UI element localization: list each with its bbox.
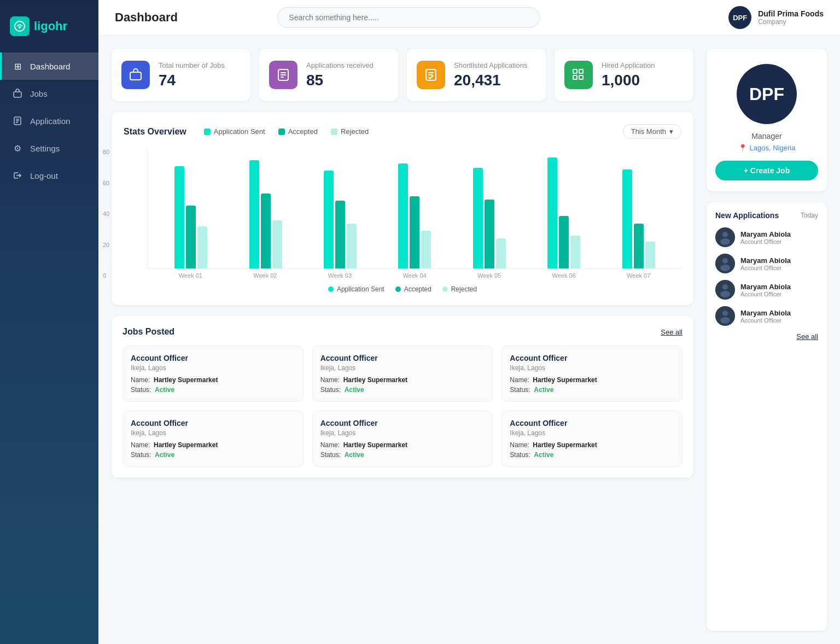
sidebar-item-jobs[interactable]: Jobs <box>0 80 98 107</box>
svg-point-1 <box>19 26 21 28</box>
x-axis-label: Week 04 <box>377 272 452 279</box>
applicant-name: Maryam Abiola <box>740 283 791 291</box>
settings-icon: ⚙ <box>11 142 24 154</box>
chevron-down-icon: ▾ <box>669 127 673 136</box>
sent-legend-dot <box>204 128 211 135</box>
svg-rect-2 <box>14 92 21 97</box>
bar-accepted <box>410 196 419 268</box>
avatar-icon <box>715 254 735 273</box>
applications-stat-info: Applications received 85 <box>306 61 374 89</box>
bar-sent <box>249 160 259 268</box>
chart-card: Stats Overview Application Sent Accepted… <box>112 112 693 305</box>
sidebar-item-label: Settings <box>30 144 60 153</box>
new-applications-card: New Applications Today Maryam Abiola Acc… <box>707 202 827 631</box>
list-item[interactable]: Account Officer Ikeja, Lagos Name: Hartl… <box>312 346 493 402</box>
chart-group <box>452 168 527 268</box>
job-name-value: Hartley Supermarket <box>154 376 218 384</box>
sidebar-item-label: Application <box>30 116 70 126</box>
stat-card-shortlisted: Shortlisted Applications 20,431 <box>407 49 546 101</box>
bar-sent <box>398 163 408 269</box>
y-axis-label: 0 <box>103 272 109 279</box>
bar-rejected <box>197 226 207 268</box>
chart-group <box>602 169 676 269</box>
dashboard-content: Total number of Jobs 74 Applications rec… <box>98 36 840 644</box>
sidebar-item-settings[interactable]: ⚙ Settings <box>0 134 98 162</box>
svg-point-29 <box>722 311 728 316</box>
sidebar-item-logout[interactable]: Log-out <box>0 162 98 189</box>
list-item[interactable]: Account Officer Ikeja, Lagos Name: Hartl… <box>501 411 682 467</box>
sidebar-item-label: Log-out <box>30 171 58 180</box>
bar-accepted <box>335 201 345 268</box>
profile-info: Dufil Prima Foods Company <box>758 9 824 26</box>
sidebar-item-application[interactable]: Application <box>0 107 98 134</box>
job-title: Account Officer <box>320 419 485 428</box>
job-name-value: Hartley Supermarket <box>533 441 597 449</box>
job-status-value: Active <box>345 451 364 459</box>
job-status-value: Active <box>155 451 174 459</box>
jobs-icon <box>11 87 24 99</box>
new-apps-see-all[interactable]: See all <box>715 332 818 341</box>
job-name-value: Hartley Supermarket <box>343 376 407 384</box>
bar-accepted <box>634 224 644 269</box>
sidebar-navigation: ⊞ Dashboard Jobs Application ⚙ Settings … <box>0 52 98 189</box>
applicant-info: Maryam Abiola Account Officer <box>740 230 791 245</box>
applicant-role: Account Officer <box>740 265 791 271</box>
accepted-label: Accepted <box>404 285 431 293</box>
list-item[interactable]: Account Officer Ikeja, Lagos Name: Hartl… <box>122 346 304 402</box>
chart-container: 806040200 Week 01Week 02Week 03Week 04We… <box>124 149 681 279</box>
bar-chart <box>148 149 681 269</box>
list-item[interactable]: Account Officer Ikeja, Lagos Name: Hartl… <box>122 411 304 467</box>
applicants-list: Maryam Abiola Account Officer Maryam Abi… <box>715 227 818 326</box>
bar-accepted <box>559 216 569 268</box>
logo-text: ligohr <box>34 19 67 33</box>
search-input[interactable] <box>277 7 540 28</box>
list-item[interactable]: Account Officer Ikeja, Lagos Name: Hartl… <box>501 346 682 402</box>
chart-group <box>377 163 452 269</box>
profile-role: Company <box>758 18 824 26</box>
bar-rejected <box>347 224 357 269</box>
jobs-see-all[interactable]: See all <box>661 328 682 336</box>
bar-rejected <box>645 242 655 269</box>
sidebar-item-dashboard[interactable]: ⊞ Dashboard <box>0 52 98 80</box>
bar-accepted <box>186 206 196 269</box>
applicant-role: Account Officer <box>740 317 791 324</box>
list-item[interactable]: Account Officer Ikeja, Lagos Name: Hartl… <box>312 411 493 467</box>
job-title: Account Officer <box>510 419 674 428</box>
bar-sent <box>622 169 632 269</box>
avatar: DPF <box>728 6 751 29</box>
sidebar-logo: ligohr <box>0 11 77 52</box>
svg-point-21 <box>720 238 730 245</box>
chart-group <box>154 166 228 268</box>
list-item: Maryam Abiola Account Officer <box>715 280 818 300</box>
stat-card-hired: Hired Application 1,000 <box>555 49 693 101</box>
x-axis-label: Week 02 <box>228 272 303 279</box>
job-name-value: Hartley Supermarket <box>533 376 597 384</box>
applicant-avatar <box>715 227 735 247</box>
chart-group <box>527 157 601 269</box>
create-job-button[interactable]: + Create Job <box>715 161 818 180</box>
applicant-avatar <box>715 306 735 326</box>
svg-rect-15 <box>573 69 577 73</box>
bar-sent <box>547 157 557 269</box>
sidebar: ligohr ⊞ Dashboard Jobs Application ⚙ Se… <box>0 0 98 644</box>
header: Dashboard DPF Dufil Prima Foods Company <box>98 0 840 36</box>
job-location: Ikeja, Lagos <box>131 429 295 437</box>
applicant-info: Maryam Abiola Account Officer <box>740 256 791 271</box>
applicant-role: Account Officer <box>740 291 791 297</box>
sent-legend-label: Application Sent <box>214 127 265 136</box>
svg-point-24 <box>720 265 730 271</box>
job-title: Account Officer <box>510 354 674 362</box>
y-axis-label: 80 <box>103 149 109 155</box>
logo-icon <box>10 16 30 36</box>
dashboard-icon: ⊞ <box>11 60 24 72</box>
job-location: Ikeja, Lagos <box>131 364 295 372</box>
bar-accepted <box>485 200 494 269</box>
jobs-stat-label: Total number of Jobs <box>159 61 225 69</box>
job-title: Account Officer <box>320 354 485 362</box>
job-name-row: Name: Hartley Supermarket <box>510 441 674 449</box>
job-status-value: Active <box>345 386 364 394</box>
chart-filter-button[interactable]: This Month ▾ <box>623 124 681 139</box>
bar-rejected <box>496 238 506 268</box>
legend-item-sent: Application Sent <box>328 285 384 293</box>
job-status-value: Active <box>534 386 553 394</box>
